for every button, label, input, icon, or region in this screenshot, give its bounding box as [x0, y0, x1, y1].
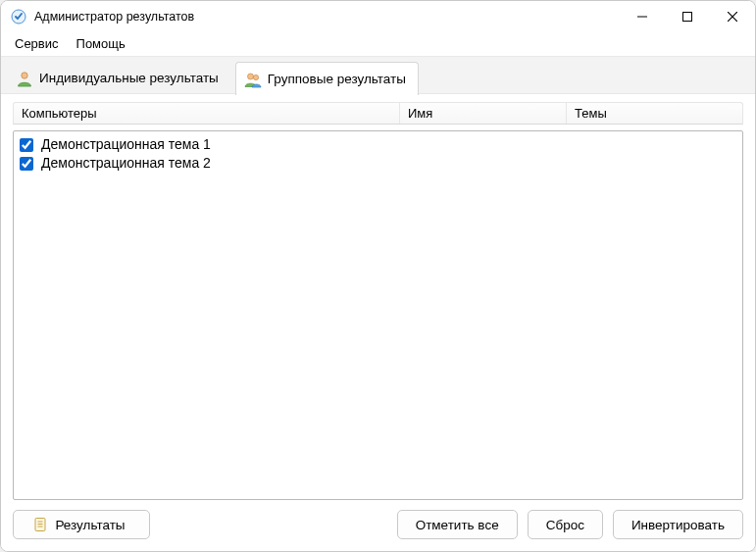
close-button[interactable] — [710, 1, 755, 32]
svg-point-6 — [247, 74, 253, 79]
button-label: Сброс — [546, 518, 584, 532]
themes-list[interactable]: Демонстрационная тема 1 Демонстрационная… — [13, 130, 743, 500]
results-button[interactable]: Результаты — [13, 510, 150, 539]
window: Администратор результатов Сервис Помощь … — [0, 0, 756, 552]
results-icon — [33, 517, 49, 532]
content-area: Компьютеры Имя Темы Демонстрационная тем… — [1, 94, 755, 551]
menubar: Сервис Помощь — [1, 32, 755, 57]
window-title: Администратор результатов — [34, 10, 194, 24]
item-label: Демонстрационная тема 2 — [41, 154, 211, 173]
minimize-button[interactable] — [620, 1, 665, 32]
item-label: Демонстрационная тема 1 — [41, 135, 211, 154]
item-checkbox[interactable] — [20, 138, 33, 152]
column-computers[interactable]: Компьютеры — [14, 103, 400, 124]
list-item[interactable]: Демонстрационная тема 1 — [20, 135, 736, 154]
tab-label: Групповые результаты — [268, 72, 406, 86]
column-name[interactable]: Имя — [400, 103, 567, 124]
tab-label: Индивидуальные результаты — [39, 71, 219, 85]
list-item[interactable]: Демонстрационная тема 2 — [20, 154, 736, 173]
tab-toolbar: Индивидуальные результаты Групповые резу… — [1, 57, 755, 94]
menu-service[interactable]: Сервис — [7, 34, 67, 53]
button-bar: Результаты Отметить все Сброс Инвертиров… — [13, 510, 743, 539]
titlebar: Администратор результатов — [1, 1, 755, 32]
app-icon — [11, 9, 26, 25]
svg-rect-2 — [683, 13, 692, 22]
svg-point-5 — [22, 72, 27, 77]
reset-button[interactable]: Сброс — [528, 510, 603, 539]
invert-button[interactable]: Инвертировать — [613, 510, 743, 539]
mark-all-button[interactable]: Отметить все — [397, 510, 518, 539]
column-headers: Компьютеры Имя Темы — [13, 102, 743, 125]
button-label: Результаты — [55, 518, 125, 532]
button-label: Отметить все — [416, 518, 499, 532]
button-label: Инвертировать — [631, 518, 725, 532]
maximize-button[interactable] — [665, 1, 710, 32]
svg-point-7 — [253, 75, 258, 79]
item-checkbox[interactable] — [20, 157, 33, 171]
column-themes[interactable]: Темы — [567, 103, 742, 124]
menu-help[interactable]: Помощь — [69, 34, 133, 53]
person-icon — [16, 70, 33, 87]
tab-group-results[interactable]: Групповые результаты — [235, 62, 419, 95]
tab-individual-results[interactable]: Индивидуальные результаты — [7, 61, 231, 94]
group-icon — [244, 71, 262, 88]
